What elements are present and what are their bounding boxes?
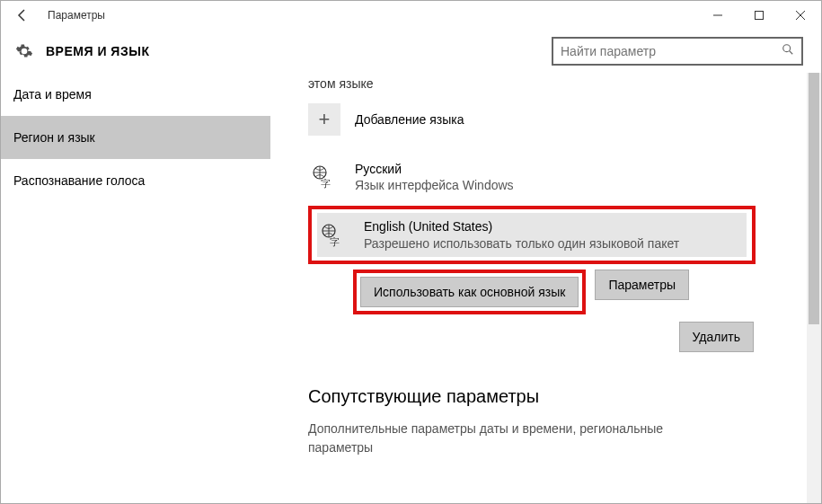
page-title: ВРЕМЯ И ЯЗЫК [46,44,149,58]
search-wrap [552,37,803,66]
search-input[interactable] [561,44,782,58]
svg-line-5 [790,51,793,55]
sidebar: Дата и время Регион и язык Распознавание… [1,73,270,503]
language-actions-row2: Удалить [353,322,754,352]
svg-text:字: 字 [321,178,331,189]
gear-icon [12,39,37,64]
language-item-english[interactable]: 字 English (United States) Разрешено испо… [317,213,747,256]
svg-point-4 [783,45,791,52]
related-heading: Сопутствующие параметры [308,386,785,407]
language-text: English (United States) Разрешено исполь… [364,218,679,251]
scrollbar-thumb[interactable] [809,73,819,324]
search-icon [782,43,794,59]
header: ВРЕМЯ И ЯЗЫК [1,30,821,73]
minimize-button[interactable] [697,1,738,30]
language-subtitle: Язык интерфейса Windows [355,177,514,193]
language-icon: 字 [310,163,339,191]
remove-button[interactable]: Удалить [679,322,754,352]
main-content: этом языке + Добавление языка 字 Русский … [270,73,821,503]
close-button[interactable] [780,1,821,30]
set-default-button[interactable]: Использовать как основной язык [360,277,579,307]
language-name: Русский [355,161,514,177]
options-button[interactable]: Параметры [595,270,689,300]
svg-text:字: 字 [330,236,340,247]
search-box[interactable] [552,37,803,66]
sidebar-item-label: Регион и язык [13,130,95,145]
body: Дата и время Регион и язык Распознавание… [1,73,821,503]
language-item-russian[interactable]: 字 Русский Язык интерфейса Windows [308,155,785,199]
highlight-set-default: Использовать как основной язык [353,270,586,314]
highlight-language-english: 字 English (United States) Разрешено испо… [308,206,756,263]
back-button[interactable] [1,1,44,30]
sidebar-item-speech[interactable]: Распознавание голоса [1,159,270,202]
sidebar-item-label: Дата и время [13,87,92,102]
language-icon: 字 [319,221,348,250]
sidebar-item-label: Распознавание голоса [13,173,145,188]
sidebar-item-datetime[interactable]: Дата и время [1,73,270,116]
language-actions: Использовать как основной язык Параметры [353,270,754,314]
language-subtitle: Разрешено использовать только один языко… [364,235,679,252]
truncated-text: этом языке [308,76,785,91]
window-title: Параметры [44,9,105,22]
maximize-button[interactable] [738,1,780,30]
settings-window: Параметры ВРЕМЯ И ЯЗЫК Дата и время Реги… [0,0,822,504]
add-language-label: Добавление языка [355,112,464,127]
add-language-row[interactable]: + Добавление языка [308,100,785,139]
language-text: Русский Язык интерфейса Windows [355,161,514,193]
plus-icon: + [308,103,340,136]
related-link[interactable]: Дополнительные параметры даты и времени,… [308,420,694,457]
language-name: English (United States) [364,218,679,234]
scrollbar[interactable] [807,73,821,503]
svg-rect-1 [756,12,764,20]
window-controls [697,1,821,30]
sidebar-item-region-language[interactable]: Регион и язык [1,116,270,159]
titlebar: Параметры [1,1,821,30]
